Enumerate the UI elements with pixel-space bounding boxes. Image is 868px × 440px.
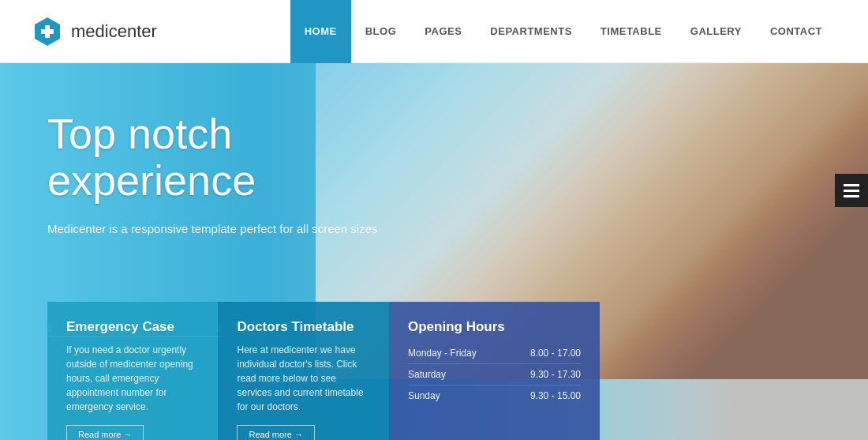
- timetable-text: Here at medicenter we have individual do…: [237, 343, 369, 414]
- hours-day: Monday - Friday: [408, 348, 477, 359]
- hero-section: Top notch experience Medicenter is a res…: [0, 63, 868, 440]
- hours-time: 9.30 - 15.00: [530, 390, 581, 401]
- info-boxes: Emergency Case If you need a doctor urge…: [47, 302, 600, 440]
- hours-row: Sunday 9.30 - 15.00: [408, 385, 581, 406]
- timetable-box: Doctors Timetable Here at medicenter we …: [218, 302, 388, 440]
- hours-row: Monday - Friday 8.00 - 17.00: [408, 343, 581, 364]
- hours-box: Opening Hours Monday - Friday 8.00 - 17.…: [389, 302, 600, 440]
- svg-rect-2: [41, 29, 54, 34]
- hero-content: Top notch experience Medicenter is a res…: [47, 111, 402, 238]
- hours-time: 8.00 - 17.00: [530, 348, 581, 359]
- hours-day: Sunday: [408, 390, 440, 401]
- logo-area: medicenter: [32, 16, 157, 47]
- header: medicenter HOMEBLOGPAGESDEPARTMENTSTIMET…: [0, 0, 868, 63]
- nav-item-gallery[interactable]: GALLERY: [676, 0, 756, 63]
- logo-icon: [32, 16, 63, 47]
- logo-text: medicenter: [71, 21, 157, 42]
- sidebar-toggle-button[interactable]: [835, 174, 868, 207]
- emergency-read-more[interactable]: Read more →: [66, 425, 144, 440]
- nav-item-home[interactable]: HOME: [290, 0, 351, 63]
- hours-table: Monday - Friday 8.00 - 17.00 Saturday 9.…: [408, 343, 581, 406]
- nav-item-timetable[interactable]: TIMETABLE: [586, 0, 676, 63]
- hours-title: Opening Hours: [408, 319, 581, 335]
- emergency-text: If you need a doctor urgently outside of…: [66, 343, 199, 414]
- hours-row: Saturday 9.30 - 17.30: [408, 364, 581, 385]
- hero-subtitle: Medicenter is a responsive template perf…: [47, 220, 402, 239]
- timetable-read-more[interactable]: Read more →: [237, 425, 314, 440]
- nav-item-contact[interactable]: CONTACT: [756, 0, 836, 63]
- nav-item-departments[interactable]: DEPARTMENTS: [476, 0, 586, 63]
- emergency-title: Emergency Case: [66, 319, 199, 335]
- main-nav: HOMEBLOGPAGESDEPARTMENTSTIMETABLEGALLERY…: [290, 0, 836, 62]
- bars-icon: [844, 184, 859, 197]
- nav-item-pages[interactable]: PAGES: [410, 0, 476, 63]
- emergency-box: Emergency Case If you need a doctor urge…: [47, 302, 218, 440]
- hero-title: Top notch experience: [47, 111, 402, 205]
- hours-day: Saturday: [408, 369, 446, 380]
- hours-time: 9.30 - 17.30: [530, 369, 581, 380]
- timetable-title: Doctors Timetable: [237, 319, 369, 335]
- nav-item-blog[interactable]: BLOG: [351, 0, 411, 63]
